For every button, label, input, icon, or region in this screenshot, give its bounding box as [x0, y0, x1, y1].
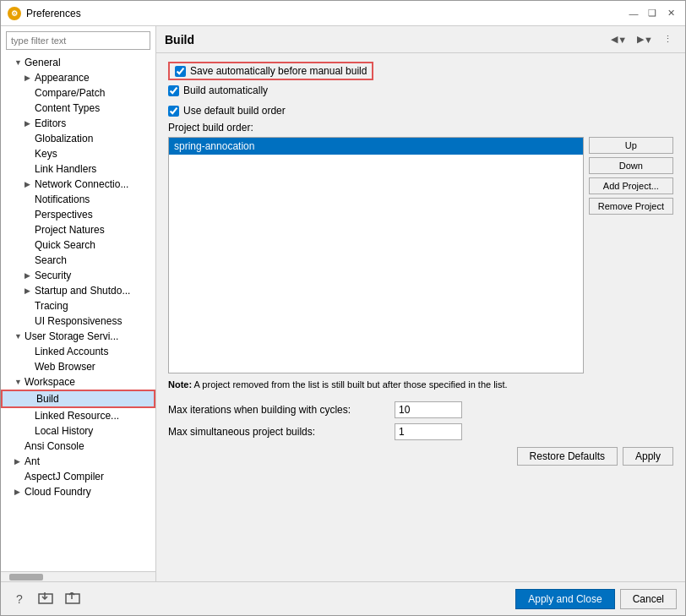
sidebar-item-user-storage-services[interactable]: ▼ User Storage Servi...: [1, 329, 155, 344]
apply-button[interactable]: Apply: [623, 447, 673, 466]
sidebar-item-build[interactable]: Build: [1, 390, 155, 408]
note-text: Note: A project removed from the list is…: [168, 379, 673, 391]
export-icon[interactable]: [36, 589, 57, 609]
sidebar-item-label: Notifications: [35, 194, 90, 205]
help-icon[interactable]: ?: [9, 589, 30, 609]
build-auto-checkbox[interactable]: [168, 85, 179, 96]
close-button[interactable]: ✕: [663, 6, 678, 21]
panel-nav: ◀ ▼ ▶ ▼ ⋮: [607, 31, 677, 47]
sidebar-item-compare-patch[interactable]: Compare/Patch: [1, 85, 155, 101]
up-button[interactable]: Up: [589, 137, 673, 154]
sidebar-item-perspectives[interactable]: Perspectives: [1, 207, 155, 222]
nav-back-button[interactable]: ◀ ▼: [607, 31, 631, 47]
sidebar-item-label: Project Natures: [35, 224, 105, 236]
use-default-order-checkbox[interactable]: [168, 106, 179, 117]
sidebar-item-label: Tracing: [35, 300, 68, 312]
sidebar-item-link-handlers[interactable]: Link Handlers: [1, 161, 155, 177]
max-simultaneous-row: Max simultaneous project builds:: [168, 423, 673, 440]
save-auto-checkbox[interactable]: [175, 66, 186, 77]
maximize-button[interactable]: ❑: [645, 6, 660, 21]
export-svg: [38, 592, 55, 606]
sidebar-item-general[interactable]: ▼ General: [1, 55, 155, 70]
sidebar-item-startup-shutdown[interactable]: ▶ Startup and Shutdo...: [1, 283, 155, 298]
filter-input[interactable]: [6, 31, 150, 50]
panel-header: Build ◀ ▼ ▶ ▼ ⋮: [156, 26, 685, 53]
sidebar-item-label: User Storage Servi...: [24, 330, 118, 342]
sidebar-item-keys[interactable]: Keys: [1, 146, 155, 161]
sidebar-scrollbar[interactable]: [1, 571, 155, 581]
max-iterations-row: Max iterations when building with cycles…: [168, 401, 673, 418]
note-bold: Note:: [168, 379, 192, 390]
panel-footer-buttons: Restore Defaults Apply: [168, 447, 673, 466]
nav-forward-dropdown-icon: ▼: [644, 35, 653, 45]
sidebar-item-tracing[interactable]: Tracing: [1, 298, 155, 313]
remove-project-button[interactable]: Remove Project: [589, 198, 673, 215]
preferences-window: ⚙ Preferences — ❑ ✕ ▼ General ▶ Appearan…: [0, 0, 686, 616]
sidebar-item-quick-search[interactable]: Quick Search: [1, 237, 155, 253]
expand-arrow: ▶: [14, 457, 24, 466]
sidebar-item-label: AspectJ Compiler: [24, 471, 104, 482]
sidebar-item-security[interactable]: ▶ Security: [1, 268, 155, 283]
sidebar-item-content-types[interactable]: Content Types: [1, 101, 155, 116]
max-iterations-input[interactable]: [395, 401, 462, 418]
sidebar-item-web-browser[interactable]: Web Browser: [1, 359, 155, 374]
restore-defaults-button[interactable]: Restore Defaults: [517, 447, 618, 466]
nav-more-button[interactable]: ⋮: [659, 31, 677, 47]
cancel-button[interactable]: Cancel: [620, 589, 677, 609]
sidebar-item-label: Search: [35, 254, 67, 266]
sidebar-item-globalization[interactable]: Globalization: [1, 131, 155, 146]
import-icon[interactable]: [63, 589, 84, 609]
sidebar-item-network-connection[interactable]: ▶ Network Connectio...: [1, 177, 155, 192]
sidebar-item-editors[interactable]: ▶ Editors: [1, 116, 155, 131]
nav-more-icon: ⋮: [663, 34, 672, 45]
build-order-buttons: Up Down Add Project... Remove Project: [589, 137, 673, 373]
expand-arrow: ▶: [14, 488, 24, 496]
sidebar-item-project-natures[interactable]: Project Natures: [1, 222, 155, 237]
sidebar-item-notifications[interactable]: Notifications: [1, 192, 155, 207]
build-auto-label: Build automatically: [183, 84, 268, 96]
sidebar-item-label: Build: [36, 393, 59, 405]
save-auto-label: Save automatically before manual build: [190, 65, 367, 77]
sidebar-item-label: Workspace: [24, 376, 75, 388]
sidebar-item-ui-responsiveness[interactable]: UI Responsiveness: [1, 313, 155, 329]
note-content: A project removed from the list is still…: [194, 379, 508, 390]
sidebar-item-local-history[interactable]: Local History: [1, 423, 155, 439]
apply-and-close-button[interactable]: Apply and Close: [515, 589, 614, 609]
sidebar-item-label: Ansi Console: [24, 440, 84, 452]
expand-arrow: ▶: [24, 271, 35, 280]
max-simultaneous-input[interactable]: [395, 423, 462, 440]
right-panel: Build ◀ ▼ ▶ ▼ ⋮: [156, 26, 685, 581]
nav-forward-button[interactable]: ▶ ▼: [633, 31, 657, 47]
sidebar-item-linked-resource[interactable]: Linked Resource...: [1, 408, 155, 423]
sidebar-item-label: Local History: [35, 425, 93, 437]
sidebar-item-search[interactable]: Search: [1, 253, 155, 268]
max-iterations-label: Max iterations when building with cycles…: [168, 404, 388, 416]
max-simultaneous-label: Max simultaneous project builds:: [168, 426, 388, 438]
sidebar-item-appearance[interactable]: ▶ Appearance: [1, 70, 155, 85]
minimize-button[interactable]: —: [626, 6, 641, 21]
build-order-list[interactable]: spring-annocation: [168, 137, 584, 373]
sidebar-item-label: UI Responsiveness: [35, 315, 122, 327]
sidebar-item-ant[interactable]: ▶ Ant: [1, 454, 155, 469]
sidebar-item-aspectj-compiler[interactable]: AspectJ Compiler: [1, 469, 155, 484]
sidebar-item-workspace[interactable]: ▼ Workspace: [1, 374, 155, 390]
bottom-right-buttons: Apply and Close Cancel: [515, 589, 677, 609]
sidebar-item-label: Content Types: [35, 102, 100, 114]
expand-arrow: ▶: [24, 286, 35, 295]
expand-arrow: ▶: [24, 74, 35, 82]
add-project-button[interactable]: Add Project...: [589, 177, 673, 194]
down-button[interactable]: Down: [589, 157, 673, 174]
sidebar-item-label: Quick Search: [35, 239, 95, 251]
panel-title: Build: [165, 33, 194, 46]
sidebar-item-label: Web Browser: [35, 361, 95, 373]
title-bar-controls: — ❑ ✕: [626, 6, 678, 21]
sidebar-item-label: Editors: [35, 117, 66, 129]
sidebar-item-linked-accounts[interactable]: Linked Accounts: [1, 344, 155, 359]
sidebar-item-label: Keys: [35, 148, 57, 160]
sidebar-item-label: Linked Resource...: [35, 410, 119, 422]
sidebar-item-label: Link Handlers: [35, 163, 96, 175]
sidebar-item-ansi-console[interactable]: Ansi Console: [1, 439, 155, 454]
build-list-item[interactable]: spring-annocation: [169, 138, 583, 155]
sidebar-item-cloud-foundry[interactable]: ▶ Cloud Foundry: [1, 484, 155, 499]
sidebar-item-label: Linked Accounts: [35, 346, 108, 357]
